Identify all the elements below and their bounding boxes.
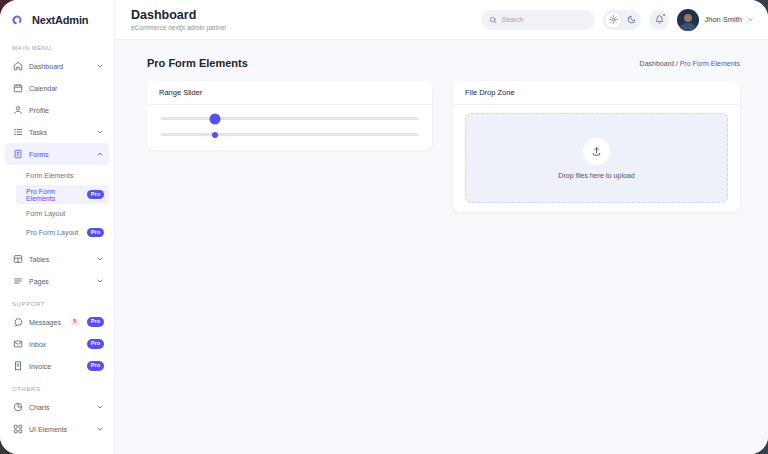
sidebar-item-label: Charts: [29, 404, 90, 411]
chevron-down-icon: [96, 403, 104, 412]
pro-badge: Pro: [87, 190, 104, 200]
sidebar-item-calendar[interactable]: Calendar: [5, 77, 109, 99]
breadcrumb-root[interactable]: Dashboard: [640, 60, 674, 67]
sidebar-item-label: Dashboard: [29, 63, 90, 70]
file-dropzone[interactable]: Drop files here to upload: [465, 113, 728, 203]
chevron-down-icon: [96, 128, 104, 137]
pro-badge: Pro: [87, 317, 104, 327]
sidebar-subitem-form-elements[interactable]: Form Elements: [16, 166, 109, 185]
dark-mode-button[interactable]: [623, 12, 639, 28]
notification-dot: [662, 13, 666, 17]
home-icon: [13, 61, 23, 71]
top-header: Dashboard eCommerce nextjs admin pannel: [115, 0, 768, 40]
range-slider-1[interactable]: [161, 117, 418, 120]
range-slider-body: [147, 105, 432, 150]
user-name: Jhon Smith: [704, 15, 742, 24]
grid-icon: [13, 424, 23, 434]
forms-icon: [13, 149, 23, 159]
slider-handle-outline[interactable]: [212, 132, 218, 138]
range-slider-2[interactable]: [161, 133, 418, 136]
user-menu[interactable]: Jhon Smith: [677, 9, 754, 31]
pages-icon: [13, 276, 23, 286]
sidebar-item-label: Form Elements: [26, 172, 104, 179]
sidebar-item-label: Calendar: [29, 85, 104, 92]
table-icon: [13, 254, 23, 264]
drop-hint: Drop files here to upload: [558, 172, 634, 179]
section-label-main-menu: MAIN MENU: [0, 36, 114, 55]
sidebar-item-label: Tasks: [29, 129, 90, 136]
sidebar-item-label: Form Layout: [26, 210, 104, 217]
tasks-icon: [13, 127, 23, 137]
section-label-others: OTHERS: [0, 377, 114, 396]
calendar-icon: [13, 83, 23, 93]
sidebar-item-label: Inbox: [29, 341, 81, 348]
pro-badge: Pro: [87, 339, 104, 349]
header-subtitle: eCommerce nextjs admin pannel: [131, 24, 226, 31]
pro-badge: Pro: [87, 228, 104, 238]
chevron-down-icon: [747, 16, 754, 23]
header-actions: Jhon Smith: [481, 9, 754, 31]
moon-icon: [627, 15, 636, 24]
light-mode-button[interactable]: [605, 12, 621, 28]
sidebar-item-label: Pro Form Elements: [26, 188, 83, 202]
sidebar-item-invoice[interactable]: Invoice Pro: [5, 355, 109, 377]
sidebar-item-inbox[interactable]: Inbox Pro: [5, 333, 109, 355]
card-title: Range Slider: [147, 81, 432, 105]
sidebar-item-label: Pro Form Layout: [26, 229, 83, 236]
sidebar-item-profile[interactable]: Profile: [5, 99, 109, 121]
app-window: NextAdmin MAIN MENU Dashboard Calendar P…: [0, 0, 768, 454]
chevron-down-icon: [96, 277, 104, 286]
file-drop-card: File Drop Zone Drop files here to upload: [453, 81, 740, 212]
user-icon: [13, 105, 23, 115]
forms-submenu: Form Elements Pro Form Elements Pro Form…: [0, 166, 114, 242]
sidebar-item-tables[interactable]: Tables: [5, 248, 109, 270]
sidebar-item-messages[interactable]: Messages 5 Pro: [5, 311, 109, 333]
page-head: Pro Form Elements Dashboard / Pro Form E…: [147, 57, 740, 69]
logo[interactable]: NextAdmin: [0, 0, 114, 36]
search-icon: [489, 16, 497, 24]
section-label-support: SUPPORT: [0, 292, 114, 311]
sidebar-item-label: Pages: [29, 278, 90, 285]
sidebar-item-charts[interactable]: Charts: [5, 396, 109, 418]
card-title: File Drop Zone: [453, 81, 740, 105]
content-column: Dashboard eCommerce nextjs admin pannel: [115, 0, 768, 454]
upload-icon: [591, 146, 602, 157]
app-title: NextAdmin: [32, 14, 88, 26]
sidebar: NextAdmin MAIN MENU Dashboard Calendar P…: [0, 0, 115, 454]
chevron-down-icon: [96, 255, 104, 264]
sidebar-item-label: Profile: [29, 107, 104, 114]
logo-icon: [12, 12, 27, 27]
header-title: Dashboard: [131, 8, 226, 22]
search-input[interactable]: [501, 16, 581, 23]
page-title: Pro Form Elements: [147, 57, 248, 69]
search-box[interactable]: [481, 10, 595, 30]
chat-icon: [13, 317, 23, 327]
chevron-down-icon: [96, 425, 104, 434]
sidebar-item-label: Tables: [29, 256, 90, 263]
file-drop-body: Drop files here to upload: [453, 105, 740, 212]
pro-badge: Pro: [87, 361, 104, 371]
sidebar-item-label: Forms: [29, 151, 90, 158]
notifications-button[interactable]: [649, 10, 669, 30]
sidebar-item-dashboard[interactable]: Dashboard: [5, 55, 109, 77]
upload-circle: [583, 138, 610, 165]
sidebar-subitem-form-layout[interactable]: Form Layout: [16, 204, 109, 223]
breadcrumb-current: Pro Form Elements: [680, 60, 740, 67]
sidebar-subitem-pro-form-layout[interactable]: Pro Form Layout Pro: [16, 223, 109, 242]
sidebar-item-forms[interactable]: Forms: [5, 143, 109, 165]
sidebar-subitem-pro-form-elements[interactable]: Pro Form Elements Pro: [16, 185, 109, 204]
sidebar-item-ui-elements[interactable]: UI Elements: [5, 418, 109, 440]
slider-handle-filled[interactable]: [209, 113, 220, 124]
pie-chart-icon: [13, 402, 23, 412]
sidebar-item-tasks[interactable]: Tasks: [5, 121, 109, 143]
theme-toggle[interactable]: [603, 10, 641, 30]
breadcrumb: Dashboard / Pro Form Elements: [640, 60, 740, 67]
header-titles: Dashboard eCommerce nextjs admin pannel: [131, 8, 226, 31]
avatar: [677, 9, 699, 31]
chevron-down-icon: [96, 62, 104, 71]
range-slider-card: Range Slider: [147, 81, 432, 150]
messages-count-badge: 5: [71, 318, 79, 327]
inbox-icon: [13, 339, 23, 349]
sidebar-item-label: UI Elements: [29, 426, 90, 433]
sidebar-item-pages[interactable]: Pages: [5, 270, 109, 292]
